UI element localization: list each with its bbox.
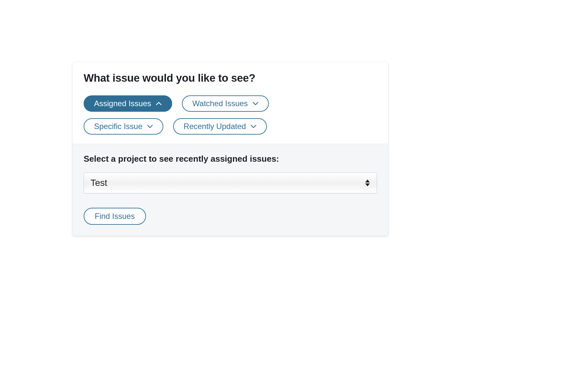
pill-label: Assigned Issues <box>94 100 151 107</box>
project-select-value: Test <box>90 178 107 188</box>
pill-row-2: Specific Issue Recently Updated <box>84 118 377 135</box>
pill-label: Recently Updated <box>184 122 246 130</box>
chevron-down-icon <box>251 124 256 128</box>
pill-assigned-issues[interactable]: Assigned Issues <box>84 95 172 112</box>
pill-row-1: Assigned Issues Watched Issues <box>84 95 377 112</box>
project-select-label: Select a project to see recently assigne… <box>84 154 377 164</box>
pill-specific-issue[interactable]: Specific Issue <box>84 118 163 135</box>
pill-recently-updated[interactable]: Recently Updated <box>173 118 267 135</box>
chevron-down-icon <box>147 124 153 128</box>
project-select[interactable]: Test <box>84 172 377 193</box>
project-select-wrap: Test <box>84 172 377 193</box>
panel-top: What issue would you like to see? Assign… <box>73 62 388 144</box>
pill-label: Specific Issue <box>94 122 142 130</box>
find-issues-button[interactable]: Find Issues <box>84 208 146 225</box>
panel-title: What issue would you like to see? <box>84 72 377 84</box>
find-issues-label: Find Issues <box>95 212 135 221</box>
panel-bottom: Select a project to see recently assigne… <box>73 144 388 236</box>
pill-label: Watched Issues <box>192 100 248 107</box>
chevron-up-icon <box>156 102 162 106</box>
pill-watched-issues[interactable]: Watched Issues <box>182 95 269 112</box>
issue-finder-panel: What issue would you like to see? Assign… <box>73 62 388 236</box>
chevron-down-icon <box>253 102 258 106</box>
